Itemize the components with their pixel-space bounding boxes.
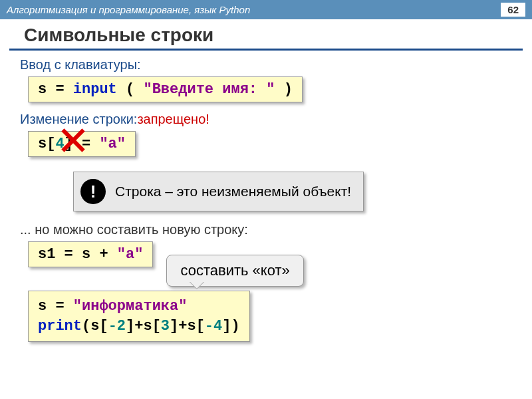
- code-fn: print: [38, 318, 82, 334]
- code-concat: s1 = s + "a": [28, 241, 153, 267]
- code-num: -4: [205, 318, 222, 334]
- speech-text: составить «кот»: [180, 262, 289, 279]
- code-text: ): [275, 81, 292, 98]
- code-line1: s = "информатика": [38, 297, 240, 317]
- code-mutate: s[4] = "a": [28, 131, 136, 157]
- code-num: 3: [161, 318, 170, 334]
- content: Ввод с клавиатуры: s = input ( "Введите …: [0, 57, 532, 342]
- speech-bubble: составить «кот»: [166, 255, 303, 287]
- section1-label: Ввод с клавиатуры:: [20, 57, 512, 72]
- code-text: ]+s[: [170, 318, 205, 334]
- code-text: s[: [38, 136, 55, 152]
- code-num: -2: [108, 318, 126, 334]
- code-text: (: [117, 81, 144, 98]
- header-bar: Алгоритмизация и программирование, язык …: [0, 0, 532, 19]
- code-text: ]+s[: [126, 318, 161, 334]
- section3-label: ... но можно составить новую строку:: [20, 222, 512, 237]
- code-string: "Введите имя: ": [143, 81, 275, 98]
- page-number: 62: [501, 3, 525, 17]
- code-mutate-wrap: s[4] = "a": [20, 131, 136, 166]
- code-text: s =: [38, 81, 73, 98]
- code-text: ] =: [65, 136, 100, 152]
- code-index: 4: [55, 136, 64, 152]
- code-slice: s = "информатика" print(s[-2]+s[3]+s[-4]…: [28, 291, 250, 342]
- code-line2: print(s[-2]+s[3]+s[-4]): [38, 317, 240, 336]
- page-title: Символьные строки: [9, 19, 523, 51]
- section2-label: Изменение строки:запрещено!: [20, 112, 512, 127]
- code-string: "информатика": [73, 298, 188, 315]
- callout-text: Строка – это неизменяемый объект!: [115, 184, 351, 200]
- code-text: (s[: [82, 318, 108, 334]
- code-string: "a": [117, 246, 144, 263]
- code-input: s = input ( "Введите имя: " ): [28, 76, 303, 102]
- code-string: "a": [99, 136, 126, 152]
- exclamation-icon: !: [80, 179, 106, 204]
- code-text: s =: [38, 298, 73, 315]
- code-fn: input: [73, 81, 117, 98]
- forbidden-text: запрещено!: [137, 112, 209, 126]
- section2-label-pre: Изменение строки:: [20, 112, 137, 126]
- callout-box: ! Строка – это неизменяемый объект!: [73, 172, 364, 211]
- breadcrumb: Алгоритмизация и программирование, язык …: [7, 4, 250, 15]
- row-concat: s1 = s + "a" составить «кот»: [28, 241, 512, 287]
- code-text: s1 = s +: [38, 246, 117, 263]
- code-text: ]): [222, 318, 239, 334]
